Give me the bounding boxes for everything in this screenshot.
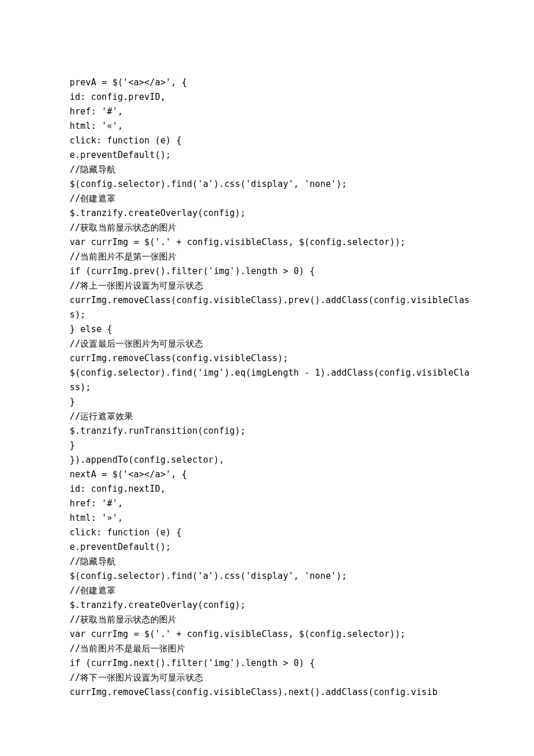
code-document: prevA = $('<a></a>', { id: config.prevID… [70,75,470,700]
code-line: prevA = $('<a></a>', { id: config.prevID… [70,77,470,697]
